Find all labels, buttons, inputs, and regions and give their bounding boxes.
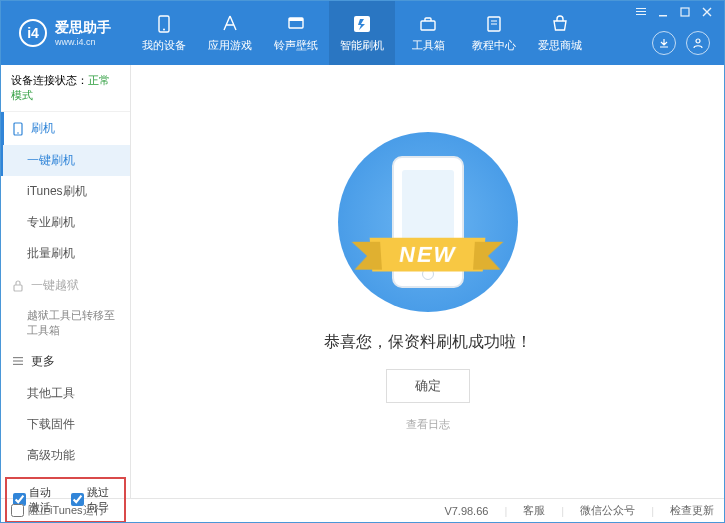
minimize-icon[interactable] [656, 5, 670, 19]
logo-icon: i4 [19, 19, 47, 47]
update-link[interactable]: 检查更新 [670, 503, 714, 518]
phone-icon [11, 122, 25, 136]
svg-rect-9 [636, 14, 646, 15]
phone-icon [154, 14, 174, 34]
svg-rect-16 [13, 357, 23, 358]
sidebar: 设备连接状态：正常模式 刷机 一键刷机iTunes刷机专业刷机批量刷机 一键越狱… [1, 65, 131, 498]
title-bar: i4 爱思助手 www.i4.cn 我的设备应用游戏铃声壁纸智能刷机工具箱教程中… [1, 1, 724, 65]
svg-rect-15 [14, 285, 22, 291]
block-itunes-checkbox[interactable]: 阻止iTunes运行 [11, 503, 105, 518]
view-log-link[interactable]: 查看日志 [406, 417, 450, 432]
menu-more-0[interactable]: 其他工具 [1, 378, 130, 409]
menu-icon[interactable] [634, 5, 648, 19]
close-icon[interactable] [700, 5, 714, 19]
wechat-link[interactable]: 微信公众号 [580, 503, 635, 518]
service-link[interactable]: 客服 [523, 503, 545, 518]
flash-icon [352, 14, 372, 34]
shop-icon [550, 14, 570, 34]
book-icon [484, 14, 504, 34]
nav-book[interactable]: 教程中心 [461, 1, 527, 65]
svg-rect-5 [421, 21, 435, 30]
version-label: V7.98.66 [444, 505, 488, 517]
window-controls [634, 5, 714, 19]
ringtone-icon [286, 14, 306, 34]
user-icon[interactable] [686, 31, 710, 55]
svg-rect-17 [13, 361, 23, 362]
nav-toolbox[interactable]: 工具箱 [395, 1, 461, 65]
nav-flash[interactable]: 智能刷机 [329, 1, 395, 65]
svg-rect-18 [13, 364, 23, 365]
maximize-icon[interactable] [678, 5, 692, 19]
section-jailbreak: 一键越狱 [1, 269, 130, 302]
device-status: 设备连接状态：正常模式 [1, 65, 130, 112]
section-flash[interactable]: 刷机 [1, 112, 130, 145]
svg-point-12 [696, 39, 700, 43]
svg-point-14 [17, 132, 19, 134]
nav-ringtone[interactable]: 铃声壁纸 [263, 1, 329, 65]
app-name: 爱思助手 [55, 19, 111, 37]
success-message: 恭喜您，保资料刷机成功啦！ [324, 332, 532, 353]
svg-rect-3 [289, 18, 303, 21]
menu-more-2[interactable]: 高级功能 [1, 440, 130, 471]
menu-flash-1[interactable]: iTunes刷机 [1, 176, 130, 207]
jailbreak-note: 越狱工具已转移至工具箱 [1, 302, 130, 345]
menu-more-1[interactable]: 下载固件 [1, 409, 130, 440]
svg-rect-10 [659, 15, 667, 17]
main-panel: NEW 恭喜您，保资料刷机成功啦！ 确定 查看日志 [131, 65, 724, 498]
apps-icon [220, 14, 240, 34]
nav-apps[interactable]: 应用游戏 [197, 1, 263, 65]
success-illustration: NEW [338, 132, 518, 312]
list-icon [11, 354, 25, 368]
svg-rect-8 [636, 11, 646, 12]
svg-point-1 [163, 28, 165, 30]
menu-flash-2[interactable]: 专业刷机 [1, 207, 130, 238]
confirm-button[interactable]: 确定 [386, 369, 470, 403]
menu-flash-3[interactable]: 批量刷机 [1, 238, 130, 269]
lock-icon [11, 279, 25, 293]
section-more[interactable]: 更多 [1, 345, 130, 378]
nav-phone[interactable]: 我的设备 [131, 1, 197, 65]
svg-rect-11 [681, 8, 689, 16]
nav-shop[interactable]: 爱思商城 [527, 1, 593, 65]
app-url: www.i4.cn [55, 37, 111, 47]
menu-flash-0[interactable]: 一键刷机 [1, 145, 130, 176]
svg-rect-7 [636, 8, 646, 9]
app-logo: i4 爱思助手 www.i4.cn [1, 19, 131, 47]
download-icon[interactable] [652, 31, 676, 55]
toolbox-icon [418, 14, 438, 34]
new-ribbon: NEW [369, 237, 485, 271]
